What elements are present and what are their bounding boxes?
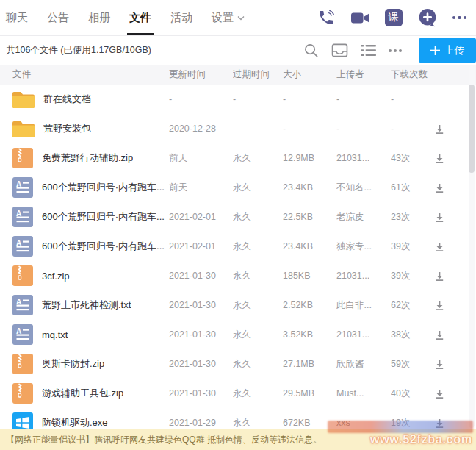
- tab-3[interactable]: 相册: [88, 0, 110, 35]
- column-header-2: 更新时间: [169, 68, 233, 81]
- file-row[interactable]: 荒野安装包2020-12-28---: [0, 114, 476, 143]
- file-row[interactable]: Amq.txt2021-01-30永久3.52KB21031...38次: [0, 320, 476, 349]
- file-row[interactable]: A600个荒野回归号·内有跑车...2021-02-01永久22.5KB老凉皮2…: [0, 202, 476, 232]
- download-button[interactable]: [431, 356, 448, 373]
- col-uploader: 独家专...: [336, 240, 391, 253]
- download-button[interactable]: [431, 209, 448, 226]
- upload-button[interactable]: 上传: [419, 38, 476, 63]
- file-row[interactable]: 群在线文档-----: [0, 85, 476, 114]
- folder-icon: [12, 90, 35, 109]
- tab-2[interactable]: 公告: [47, 0, 69, 35]
- course-badge-label: 课: [385, 9, 403, 26]
- file-row[interactable]: 奥斯卡防封.zip2021-01-30永久27.1MB欣欣酱59次: [0, 349, 476, 379]
- file-name: 600个荒野回归号·内有跑车...: [42, 240, 165, 253]
- col-uploader: 21031...: [336, 329, 391, 340]
- file-name: 防锁机驱动.exe: [42, 416, 108, 429]
- col-size: 23.4KB: [283, 182, 336, 193]
- scrollbar-thumb[interactable]: [469, 85, 475, 173]
- watermark-site-text: www.52fzba.com: [370, 432, 472, 446]
- search-icon[interactable]: [303, 43, 319, 58]
- download-button[interactable]: [431, 121, 448, 138]
- file-name: 3cf.zip: [42, 271, 70, 282]
- download-button[interactable]: [431, 326, 448, 343]
- exe-icon: [12, 413, 33, 429]
- col-uploader: 21031...: [336, 271, 391, 281]
- tab-label: 设置: [212, 11, 234, 25]
- col-download-count: 38次: [391, 329, 430, 341]
- file-row[interactable]: 3cf.zip2021-01-30永久185KB21031...39次: [0, 261, 476, 290]
- inbox-icon[interactable]: [331, 43, 348, 57]
- scrollbar-track: [469, 66, 475, 428]
- col-size: -: [283, 94, 336, 104]
- download-button[interactable]: [431, 297, 448, 314]
- file-row[interactable]: A600个荒野回归号·内有跑车...前天永久23.4KB不知名...61次: [0, 173, 476, 202]
- txt-icon: A: [12, 207, 33, 227]
- file-row[interactable]: 免费荒野行动辅助.zip前天永久12.9MB21031...43次: [0, 143, 476, 173]
- col-update-time: 2020-12-28: [169, 124, 233, 134]
- col-size: 2.52KB: [283, 300, 336, 310]
- file-name-cell: 3cf.zip: [12, 265, 169, 286]
- column-header-5: 上传者: [336, 68, 391, 81]
- file-name-cell: Amq.txt: [12, 324, 169, 345]
- col-uploader: -: [336, 124, 391, 134]
- file-row[interactable]: 游戏辅助工具包.zip2021-01-30永久29.5MBMust...40次: [0, 379, 476, 408]
- tab-1[interactable]: 聊天: [6, 0, 28, 35]
- video-call-icon[interactable]: [350, 10, 369, 26]
- col-expiry-time: -: [233, 94, 283, 104]
- col-download-count: 62次: [391, 299, 430, 312]
- download-button[interactable]: [431, 268, 448, 285]
- tab-label: 相册: [88, 11, 110, 25]
- files-toolbar: 共106个文件 (已使用1.17GB/10GB) 上传: [0, 36, 476, 65]
- nav-tabs: 聊天公告相册文件活动设置: [0, 0, 245, 35]
- col-size: 27.1MB: [283, 359, 336, 369]
- folder-icon: [12, 119, 35, 138]
- add-icon[interactable]: [418, 8, 437, 27]
- tab-6[interactable]: 设置: [212, 0, 245, 35]
- file-name: 荒野安装包: [43, 122, 91, 135]
- col-update-time: 2021-01-30: [169, 388, 233, 399]
- col-update-time: 前天: [169, 182, 233, 194]
- col-update-time: 2021-01-30: [169, 329, 233, 340]
- more-icon[interactable]: [452, 16, 467, 20]
- download-button[interactable]: [431, 385, 448, 402]
- col-update-time: 前天: [169, 152, 233, 165]
- download-button[interactable]: [431, 238, 448, 255]
- col-expiry-time: 永久: [233, 358, 283, 371]
- toolbar-actions: 上传: [303, 38, 476, 63]
- col-size: 12.9MB: [283, 153, 336, 163]
- download-button[interactable]: [431, 179, 448, 196]
- txt-icon: A: [12, 236, 33, 257]
- voice-call-icon[interactable]: [317, 9, 335, 26]
- upload-button-label: 上传: [444, 44, 465, 57]
- file-name-cell: 奥斯卡防封.zip: [12, 354, 169, 374]
- col-size: 29.5MB: [283, 388, 336, 399]
- course-icon[interactable]: 课: [385, 9, 403, 26]
- tab-5[interactable]: 活动: [170, 0, 192, 35]
- col-size: 22.5KB: [283, 212, 336, 222]
- col-download-count: 43次: [391, 152, 430, 165]
- svg-text:A: A: [16, 327, 21, 335]
- tab-4[interactable]: 文件: [129, 0, 151, 35]
- plus-icon: [430, 46, 440, 55]
- file-row[interactable]: A荒野上市死神检测.txt2021-01-30永久2.52KB此白非...62次: [0, 290, 476, 320]
- col-uploader: Must...: [336, 388, 391, 399]
- col-expiry-time: 永久: [233, 329, 283, 341]
- col-download-count: 40次: [391, 388, 430, 400]
- file-name: 奥斯卡防封.zip: [42, 357, 104, 371]
- col-expiry-time: 永久: [233, 299, 283, 312]
- col-uploader: 老凉皮: [336, 211, 391, 224]
- col-expiry-time: 永久: [233, 182, 283, 194]
- col-update-time: 2021-01-30: [169, 271, 233, 281]
- download-button[interactable]: [431, 150, 448, 167]
- list-view-icon[interactable]: [361, 44, 376, 57]
- file-row[interactable]: A600个荒野回归号·内有跑车...2021-02-01永久23.4KB独家专.…: [0, 232, 476, 261]
- file-name: 群在线文档: [43, 93, 91, 106]
- svg-text:A: A: [16, 239, 21, 247]
- col-update-time: 2021-01-29: [169, 418, 233, 428]
- file-name-cell: 群在线文档: [12, 90, 169, 109]
- file-name-cell: 荒野安装包: [12, 119, 169, 138]
- zip-icon: [12, 148, 33, 168]
- file-name-cell: A600个荒野回归号·内有跑车...: [12, 236, 169, 257]
- more-icon[interactable]: [389, 49, 402, 52]
- col-download-count: -: [391, 124, 430, 134]
